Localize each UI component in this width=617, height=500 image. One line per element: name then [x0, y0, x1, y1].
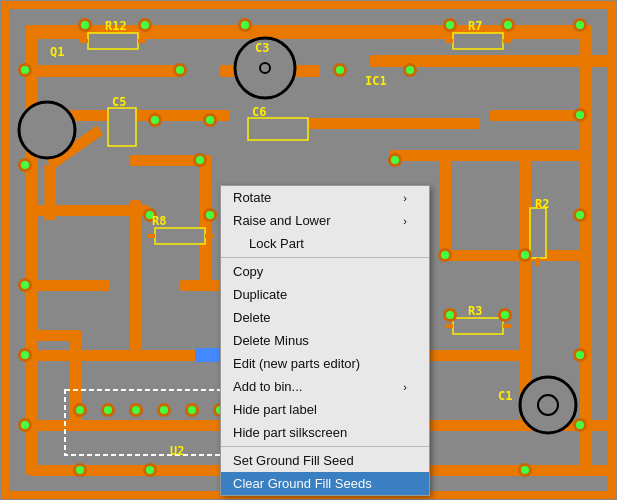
- svg-text:C3: C3: [255, 41, 269, 55]
- svg-point-139: [146, 466, 154, 474]
- svg-point-111: [441, 251, 449, 259]
- svg-rect-38: [445, 39, 453, 43]
- svg-point-83: [576, 211, 584, 219]
- svg-text:R2: R2: [535, 197, 549, 211]
- svg-point-145: [521, 466, 529, 474]
- svg-rect-21: [440, 150, 451, 250]
- menu-label-hide-label: Hide part label: [233, 402, 317, 417]
- svg-rect-14: [30, 280, 110, 291]
- svg-rect-43: [530, 208, 546, 258]
- svg-point-63: [241, 21, 249, 29]
- svg-point-99: [206, 116, 214, 124]
- svg-point-55: [538, 395, 558, 415]
- menu-label-set-ground-fill: Set Ground Fill Seed: [233, 453, 354, 468]
- menu-item-lock-part[interactable]: Lock Part: [221, 232, 429, 255]
- menu-label-clear-ground-fill: Clear Ground Fill Seeds: [233, 476, 372, 491]
- svg-point-69: [576, 21, 584, 29]
- svg-rect-40: [155, 228, 205, 244]
- svg-rect-29: [130, 200, 141, 350]
- menu-label-delete-minus: Delete Minus: [233, 333, 309, 348]
- svg-point-131: [160, 406, 168, 414]
- svg-rect-37: [453, 33, 503, 49]
- svg-text:C1: C1: [498, 389, 512, 403]
- svg-rect-6: [25, 25, 37, 475]
- menu-item-hide-label[interactable]: Hide part label: [221, 398, 429, 421]
- menu-item-delete[interactable]: Delete: [221, 306, 429, 329]
- menu-label-hide-silkscreen: Hide part silkscreen: [233, 425, 347, 440]
- svg-rect-23: [520, 150, 531, 420]
- svg-point-65: [446, 21, 454, 29]
- svg-rect-47: [445, 324, 453, 328]
- svg-text:R12: R12: [105, 19, 127, 33]
- svg-point-87: [576, 421, 584, 429]
- menu-item-hide-silkscreen[interactable]: Hide part silkscreen: [221, 421, 429, 444]
- menu-arrow-add-to-bin: ›: [403, 381, 407, 393]
- menu-label-rotate: Rotate: [233, 190, 271, 205]
- svg-point-103: [206, 211, 214, 219]
- svg-rect-7: [580, 25, 592, 475]
- svg-rect-22: [440, 250, 580, 261]
- svg-rect-39: [503, 39, 511, 43]
- svg-point-75: [21, 281, 29, 289]
- svg-point-125: [76, 406, 84, 414]
- menu-label-delete: Delete: [233, 310, 271, 325]
- svg-point-51: [19, 102, 75, 158]
- svg-point-71: [21, 66, 29, 74]
- svg-point-79: [21, 421, 29, 429]
- svg-rect-41: [147, 234, 155, 238]
- menu-label-add-to-bin: Add to bin...: [233, 379, 302, 394]
- svg-text:C6: C6: [252, 105, 266, 119]
- svg-text:Q1: Q1: [50, 45, 64, 59]
- svg-rect-48: [503, 324, 511, 328]
- svg-rect-42: [205, 234, 213, 238]
- svg-text:U2: U2: [170, 444, 184, 458]
- svg-point-81: [576, 111, 584, 119]
- context-menu: Rotate › Raise and Lower › Lock Part Cop…: [220, 185, 430, 496]
- svg-point-119: [501, 311, 509, 319]
- menu-item-set-ground-fill[interactable]: Set Ground Fill Seed: [221, 449, 429, 472]
- svg-point-129: [132, 406, 140, 414]
- svg-point-59: [81, 21, 89, 29]
- svg-rect-53: [248, 118, 308, 140]
- menu-label-lock-part: Lock Part: [249, 236, 304, 251]
- svg-rect-46: [453, 318, 503, 334]
- svg-text:C5: C5: [112, 95, 126, 109]
- svg-text:R8: R8: [152, 214, 166, 228]
- svg-point-77: [21, 351, 29, 359]
- menu-item-duplicate[interactable]: Duplicate: [221, 283, 429, 306]
- menu-label-duplicate: Duplicate: [233, 287, 287, 302]
- svg-point-97: [196, 156, 204, 164]
- menu-item-raise-lower[interactable]: Raise and Lower ›: [221, 209, 429, 232]
- svg-rect-52: [108, 108, 136, 146]
- menu-label-edit: Edit (new parts editor): [233, 356, 360, 371]
- svg-rect-45: [536, 258, 540, 266]
- svg-rect-34: [88, 33, 138, 49]
- svg-point-89: [176, 66, 184, 74]
- svg-point-113: [521, 251, 529, 259]
- svg-text:IC1: IC1: [365, 74, 387, 88]
- menu-item-clear-ground-fill[interactable]: Clear Ground Fill Seeds: [221, 472, 429, 495]
- svg-point-93: [406, 66, 414, 74]
- menu-item-add-to-bin[interactable]: Add to bin... ›: [221, 375, 429, 398]
- svg-point-85: [576, 351, 584, 359]
- svg-rect-36: [138, 39, 146, 43]
- menu-arrow-raise-lower: ›: [403, 215, 407, 227]
- svg-point-109: [391, 156, 399, 164]
- svg-point-73: [21, 161, 29, 169]
- menu-item-copy[interactable]: Copy: [221, 260, 429, 283]
- menu-separator-2: [221, 446, 429, 447]
- menu-arrow-rotate: ›: [403, 192, 407, 204]
- svg-point-61: [141, 21, 149, 29]
- menu-item-delete-minus[interactable]: Delete Minus: [221, 329, 429, 352]
- menu-item-edit[interactable]: Edit (new parts editor): [221, 352, 429, 375]
- menu-item-rotate[interactable]: Rotate ›: [221, 186, 429, 209]
- svg-point-137: [76, 466, 84, 474]
- svg-rect-31: [30, 330, 80, 341]
- menu-label-copy: Copy: [233, 264, 263, 279]
- svg-point-117: [446, 311, 454, 319]
- svg-point-67: [504, 21, 512, 29]
- svg-point-50: [260, 63, 270, 73]
- menu-label-raise-lower: Raise and Lower: [233, 213, 331, 228]
- svg-rect-35: [80, 39, 88, 43]
- svg-rect-3: [30, 65, 180, 77]
